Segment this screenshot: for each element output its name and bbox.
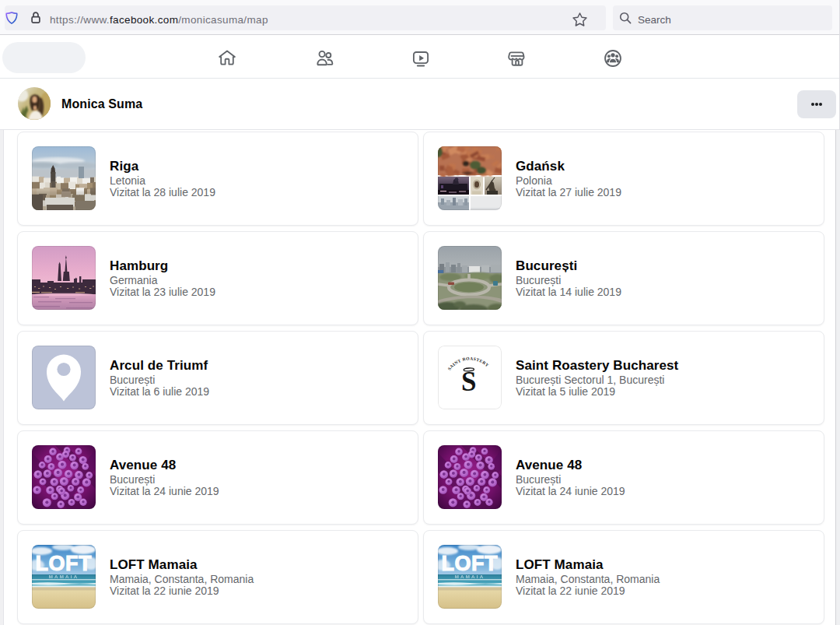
svg-text:SAINT ROASTERY: SAINT ROASTERY — [446, 356, 489, 370]
svg-text:LOFT: LOFT — [441, 551, 498, 574]
svg-text:S: S — [461, 367, 476, 397]
svg-text:MAMAIA: MAMAIA — [48, 573, 79, 578]
svg-text:MAMAIA: MAMAIA — [454, 573, 485, 578]
svg-text:LOFT: LOFT — [35, 551, 92, 574]
